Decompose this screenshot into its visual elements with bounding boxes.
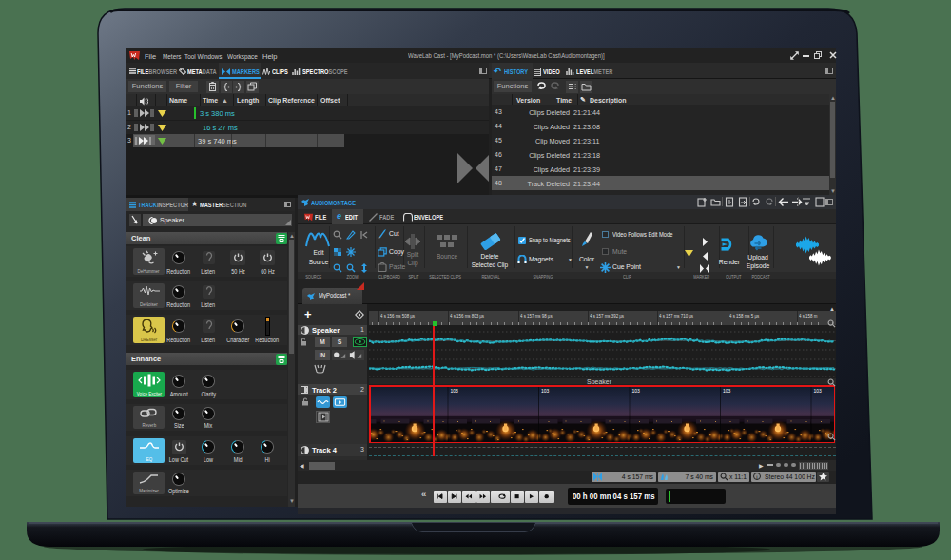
svg-text:103: 103 [632,388,641,394]
svg-text:103: 103 [814,388,823,394]
svg-text:Speaker: Speaker [587,378,612,385]
svg-text:103: 103 [451,388,459,394]
svg-text:103: 103 [541,388,550,394]
svg-text:103: 103 [723,388,731,394]
